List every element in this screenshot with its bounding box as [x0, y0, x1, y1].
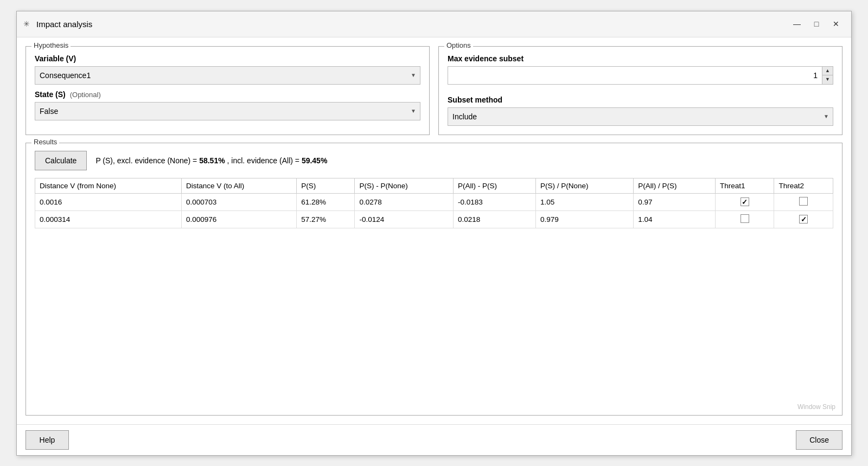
- state-select[interactable]: False: [35, 102, 420, 120]
- cell-dist-from-none: 0.0016: [35, 193, 182, 210]
- table-header-row: Distance V (from None) Distance V (to Al…: [35, 178, 833, 193]
- hypothesis-panel: Hypothesis Variable (V) Consequence1 ▼ S…: [25, 46, 430, 135]
- cell-ps-div-pnone: 1.05: [535, 193, 633, 210]
- cell-dist-from-none: 0.000314: [35, 210, 182, 228]
- state-label: State (S) (Optional): [35, 90, 420, 99]
- subset-method-label: Subset method: [448, 95, 833, 104]
- help-button[interactable]: Help: [25, 430, 69, 450]
- results-table: Distance V (from None) Distance V (to Al…: [35, 178, 833, 228]
- calculate-button[interactable]: Calculate: [35, 151, 87, 170]
- cell-pall-minus-ps: 0.0218: [453, 210, 535, 228]
- options-legend: Options: [444, 41, 473, 49]
- cell-threat1[interactable]: [715, 210, 774, 228]
- cell-threat1[interactable]: [715, 193, 774, 210]
- col-threat1: Threat1: [715, 178, 774, 193]
- window-controls: — □ ✕: [788, 16, 845, 31]
- subset-method-select[interactable]: Include: [448, 107, 833, 126]
- table-row: 0.0003140.00097657.27%-0.01240.02180.979…: [35, 210, 833, 228]
- options-panel: Options Max evidence subset ▲ ▼ Subset m…: [438, 46, 843, 135]
- col-ps-div-pnone: P(S) / P(None): [535, 178, 633, 193]
- window-content: Hypothesis Variable (V) Consequence1 ▼ S…: [17, 37, 851, 424]
- summary-mid: , incl. evidence (All) =: [225, 156, 302, 165]
- table-row: 0.00160.00070361.28%0.0278-0.01831.050.9…: [35, 193, 833, 210]
- minimize-button[interactable]: —: [788, 16, 806, 31]
- variable-select-wrapper: Consequence1 ▼: [35, 66, 420, 85]
- cell-pall-div-ps: 0.97: [634, 193, 716, 210]
- threat2-checkbox[interactable]: [799, 215, 808, 224]
- footer: Help Close: [17, 424, 851, 455]
- cell-dist-to-all: 0.000703: [181, 193, 296, 210]
- title-bar: ✳ Impact analysis — □ ✕: [17, 11, 851, 37]
- spinbox-down-button[interactable]: ▼: [822, 75, 833, 84]
- variable-label: Variable (V): [35, 54, 420, 63]
- watermark: Window Snip: [797, 403, 835, 411]
- results-panel: Results Calculate P (S), excl. evidence …: [25, 143, 843, 416]
- cell-ps-minus-pnone: 0.0278: [355, 193, 454, 210]
- cell-pall-div-ps: 1.04: [634, 210, 716, 228]
- col-dist-to-all: Distance V (to All): [181, 178, 296, 193]
- results-header: Calculate P (S), excl. evidence (None) =…: [35, 151, 833, 170]
- col-ps-minus-pnone: P(S) - P(None): [355, 178, 454, 193]
- spinbox-buttons: ▲ ▼: [822, 67, 833, 84]
- cell-threat2[interactable]: [774, 193, 833, 210]
- results-summary: P (S), excl. evidence (None) = 58.51% , …: [95, 156, 327, 165]
- subset-method-select-wrapper: Include ▼: [448, 107, 833, 126]
- cell-ps: 57.27%: [297, 210, 355, 228]
- col-ps: P(S): [297, 178, 355, 193]
- cell-ps: 61.28%: [297, 193, 355, 210]
- table-header: Distance V (from None) Distance V (to Al…: [35, 178, 833, 193]
- col-dist-from-none: Distance V (from None): [35, 178, 182, 193]
- col-pall-div-ps: P(All) / P(S): [634, 178, 716, 193]
- max-evidence-spinbox: ▲ ▼: [448, 66, 833, 85]
- threat1-checkbox[interactable]: [741, 197, 749, 206]
- close-button[interactable]: Close: [796, 430, 843, 450]
- app-icon: ✳: [23, 20, 32, 28]
- state-optional-label: (Optional): [70, 91, 101, 99]
- max-evidence-input[interactable]: [448, 67, 822, 84]
- variable-select[interactable]: Consequence1: [35, 66, 420, 85]
- cell-pall-minus-ps: -0.0183: [453, 193, 535, 210]
- col-threat2: Threat2: [774, 178, 833, 193]
- top-panels: Hypothesis Variable (V) Consequence1 ▼ S…: [25, 46, 843, 135]
- col-pall-minus-ps: P(All) - P(S): [453, 178, 535, 193]
- cell-dist-to-all: 0.000976: [181, 210, 296, 228]
- title-bar-left: ✳ Impact analysis: [23, 20, 92, 29]
- close-window-button[interactable]: ✕: [827, 16, 845, 31]
- summary-pre: P (S), excl. evidence (None) =: [95, 156, 199, 165]
- table-body: 0.00160.00070361.28%0.0278-0.01831.050.9…: [35, 193, 833, 228]
- window-title: Impact analysis: [36, 20, 92, 29]
- max-evidence-label: Max evidence subset: [448, 54, 833, 63]
- summary-excl-value: 58.51%: [199, 156, 225, 165]
- main-window: ✳ Impact analysis — □ ✕ Hypothesis Varia…: [16, 11, 852, 456]
- results-legend: Results: [31, 138, 59, 146]
- maximize-button[interactable]: □: [808, 16, 825, 31]
- cell-ps-div-pnone: 0.979: [535, 210, 633, 228]
- threat2-checkbox[interactable]: [799, 197, 808, 206]
- hypothesis-legend: Hypothesis: [31, 41, 71, 49]
- threat1-checkbox[interactable]: [741, 214, 749, 223]
- state-select-wrapper: False ▼: [35, 102, 420, 120]
- cell-threat2[interactable]: [774, 210, 833, 228]
- spinbox-up-button[interactable]: ▲: [822, 67, 833, 76]
- summary-incl-value: 59.45%: [302, 156, 327, 165]
- cell-ps-minus-pnone: -0.0124: [355, 210, 454, 228]
